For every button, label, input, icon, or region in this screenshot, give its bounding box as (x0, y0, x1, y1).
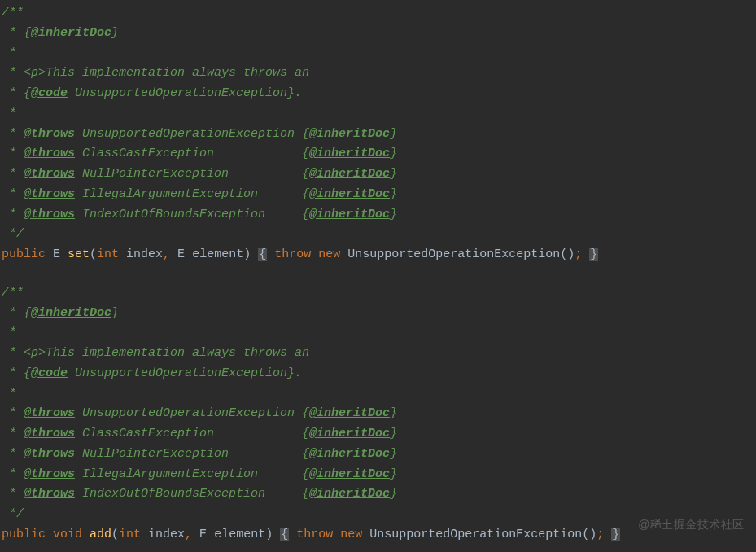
inheritdoc-tag: @inheritDoc (309, 147, 390, 160)
throws-tag: @throws (24, 208, 75, 221)
javadoc-blank: * (2, 323, 754, 344)
keyword-int: int (119, 528, 141, 541)
method-block-set: /** * {@inheritDoc} * * <p>This implemen… (2, 3, 754, 265)
throws-tag: @throws (24, 467, 75, 481)
javadoc-open: /** (2, 3, 754, 24)
throws-tag: @throws (24, 187, 75, 201)
brace-open: { (280, 528, 289, 541)
inheritdoc-tag: @inheritDoc (309, 467, 390, 481)
javadoc-throws: * @throws IndexOutOfBoundsException {@in… (2, 205, 754, 226)
javadoc-throws: * @throws IndexOutOfBoundsException {@in… (2, 484, 754, 505)
javadoc-blank: * (2, 384, 754, 405)
inheritdoc-tag: @inheritDoc (309, 427, 390, 440)
code-tag: @code (31, 366, 68, 380)
method-block-add: /** * {@inheritDoc} * * <p>This implemen… (2, 283, 754, 545)
javadoc-close: */ (2, 225, 754, 245)
brace-open: { (258, 248, 267, 261)
keyword-int: int (97, 248, 119, 261)
inheritdoc-tag: @inheritDoc (309, 167, 390, 181)
keyword-public: public (2, 248, 46, 261)
javadoc-blank: * (2, 104, 754, 125)
brace-close: } (611, 528, 620, 541)
javadoc-throws: * @throws UnsupportedOperationException … (2, 125, 754, 145)
method-name: set (68, 248, 90, 261)
javadoc-throws: * @throws ClassCastException {@inheritDo… (2, 144, 754, 164)
inheritdoc-tag: @inheritDoc (31, 26, 111, 40)
javadoc-blank: * (2, 44, 754, 64)
javadoc-desc: * {@code UnsupportedOperationException}. (2, 84, 754, 104)
javadoc-open: /** (2, 283, 754, 304)
method-name: add (90, 528, 111, 541)
javadoc-throws: * @throws UnsupportedOperationException … (2, 404, 754, 424)
javadoc-throws: * @throws ClassCastException {@inheritDo… (2, 424, 754, 445)
throws-tag: @throws (24, 167, 75, 181)
keyword-new: new (318, 248, 340, 261)
inheritdoc-tag: @inheritDoc (309, 406, 390, 420)
inheritdoc-tag: @inheritDoc (309, 127, 390, 141)
javadoc-inherit: * {@inheritDoc} (2, 304, 754, 324)
throws-tag: @throws (24, 447, 75, 461)
javadoc-desc: * {@code UnsupportedOperationException}. (2, 364, 754, 384)
throws-tag: @throws (24, 406, 75, 420)
javadoc-desc: * <p>This implementation always throws a… (2, 344, 754, 364)
inheritdoc-tag: @inheritDoc (31, 306, 111, 320)
throws-tag: @throws (24, 127, 75, 141)
keyword-throw: throw (274, 248, 311, 261)
watermark: @稀土掘金技术社区 (638, 515, 745, 534)
inheritdoc-tag: @inheritDoc (309, 487, 390, 501)
brace-close: } (589, 248, 598, 261)
inheritdoc-tag: @inheritDoc (309, 187, 390, 201)
keyword-new: new (340, 528, 362, 541)
method-signature-set: public E set(int index, E element) { thr… (2, 245, 754, 265)
throws-tag: @throws (24, 147, 75, 160)
keyword-throw: throw (296, 528, 333, 541)
javadoc-throws: * @throws NullPointerException {@inherit… (2, 445, 754, 465)
javadoc-throws: * @throws NullPointerException {@inherit… (2, 164, 754, 185)
javadoc-desc: * <p>This implementation always throws a… (2, 64, 754, 84)
javadoc-inherit: * {@inheritDoc} (2, 24, 754, 44)
javadoc-throws: * @throws IllegalArgumentException {@inh… (2, 185, 754, 205)
inheritdoc-tag: @inheritDoc (309, 447, 390, 461)
throws-tag: @throws (24, 427, 75, 440)
throws-tag: @throws (24, 487, 75, 501)
code-tag: @code (31, 86, 68, 100)
keyword-public: public (2, 528, 46, 541)
inheritdoc-tag: @inheritDoc (309, 208, 390, 221)
keyword-void: void (46, 528, 90, 541)
javadoc-throws: * @throws IllegalArgumentException {@inh… (2, 465, 754, 485)
